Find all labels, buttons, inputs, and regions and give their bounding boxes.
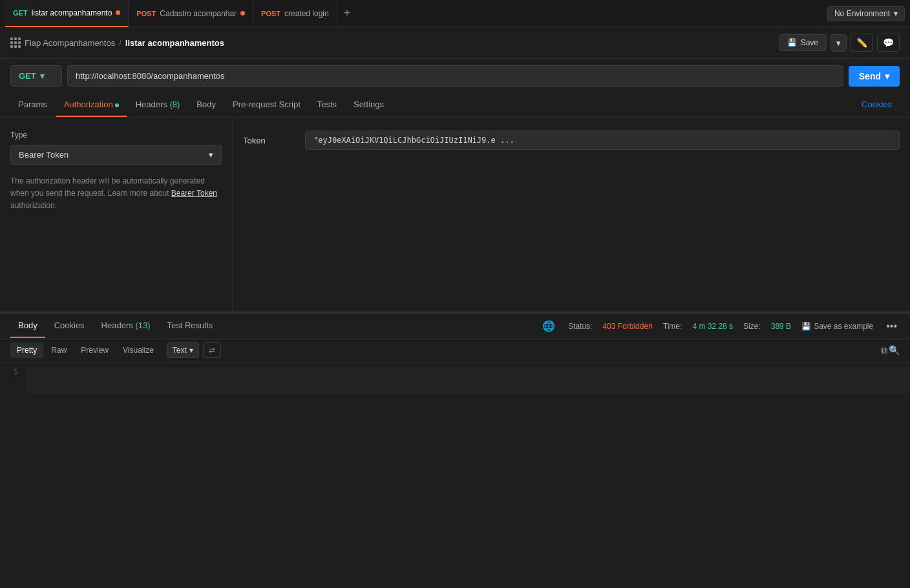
line-number-1: 1: [8, 368, 18, 377]
save-as-example-button[interactable]: 💾 Save as example: [801, 322, 873, 331]
save-dropdown-chevron-icon: ▾: [836, 38, 841, 48]
comment-button[interactable]: 💬: [877, 34, 900, 52]
tab-headers[interactable]: Headers (8): [128, 93, 188, 117]
tab-get-listar[interactable]: GET listar acompanhamento: [5, 0, 129, 27]
line-numbers: 1: [0, 368, 26, 394]
title-bar-actions: 💾 Save ▾ ✏️ 💬: [779, 34, 900, 52]
tab-dot-get: [116, 10, 120, 15]
save-example-icon: 💾: [801, 322, 811, 331]
tab-name-get: listar acompanhamento: [32, 8, 112, 17]
resp-tab-cookies[interactable]: Cookies: [47, 314, 92, 338]
tab-authorization[interactable]: Authorization: [56, 93, 127, 117]
send-button[interactable]: Send ▾: [849, 66, 900, 87]
size-value: 389 B: [771, 322, 791, 331]
resp-tab-body[interactable]: Body: [10, 314, 45, 338]
word-wrap-icon: ⇌: [209, 346, 215, 355]
auth-type-chevron-icon: ▾: [209, 150, 213, 160]
edit-icon: ✏️: [856, 37, 867, 48]
auth-type-label: Type: [10, 131, 222, 140]
breadcrumb-separator: /: [119, 38, 122, 48]
save-icon: 💾: [787, 38, 797, 47]
word-wrap-button[interactable]: ⇌: [203, 342, 221, 358]
resp-tab-headers[interactable]: Headers (13): [94, 314, 158, 338]
tab-prerequest[interactable]: Pre-request Script: [225, 93, 308, 117]
env-chevron-icon: ▾: [894, 9, 898, 18]
size-label: Size:: [743, 322, 761, 331]
headers-label: Headers: [136, 100, 167, 109]
tab-tests[interactable]: Tests: [310, 93, 344, 117]
auth-content: Type Bearer Token ▾ The authorization he…: [0, 118, 910, 311]
tab-cookies[interactable]: Cookies: [854, 93, 900, 117]
auth-type-selector[interactable]: Bearer Token ▾: [10, 145, 222, 165]
tab-dot-post1: [240, 11, 245, 16]
bearer-token-link[interactable]: Bearer Token: [171, 189, 217, 198]
auth-right-panel: Token: [233, 118, 910, 311]
tab-bar-right: No Environment ▾: [827, 6, 905, 21]
status-label: Status:: [568, 322, 592, 331]
tab-name-post1: Cadastro acompanhar: [160, 9, 237, 18]
tab-method-post2: POST: [261, 10, 280, 17]
save-label: Save: [801, 38, 818, 47]
token-input[interactable]: [305, 131, 900, 150]
send-dropdown-chevron-icon: ▾: [885, 71, 889, 81]
auth-description-end: authorization.: [10, 201, 57, 210]
response-section: Body Cookies Headers (13) Test Results 🌐…: [0, 314, 910, 399]
url-input[interactable]: [67, 65, 843, 87]
save-dropdown-button[interactable]: ▾: [831, 34, 847, 52]
time-label: Time:: [663, 322, 682, 331]
tab-post-created[interactable]: POST created login: [253, 0, 337, 27]
headers-badge: (8): [169, 100, 180, 109]
format-tabs: Pretty Raw Preview Visualize Text ▾ ⇌ ⧉ …: [0, 339, 910, 362]
edit-button[interactable]: ✏️: [851, 34, 873, 52]
fmt-tab-visualize[interactable]: Visualize: [116, 342, 160, 358]
auth-left-panel: Type Bearer Token ▾ The authorization he…: [0, 118, 233, 311]
more-options-button[interactable]: •••: [884, 320, 900, 332]
tab-add-button[interactable]: +: [337, 0, 357, 27]
resp-headers-label: Headers: [101, 320, 133, 330]
fmt-tab-preview[interactable]: Preview: [74, 342, 115, 358]
title-bar: Fiap Acompanhamentos / listar acompanham…: [0, 27, 910, 59]
time-value: 4 m 32.28 s: [692, 322, 733, 331]
breadcrumb: Fiap Acompanhamentos / listar acompanham…: [10, 37, 774, 48]
globe-icon: 🌐: [542, 320, 555, 332]
search-response-button[interactable]: 🔍: [889, 345, 900, 355]
token-field-row: Token: [243, 131, 900, 150]
tab-params[interactable]: Params: [10, 93, 55, 117]
language-chevron-icon: ▾: [189, 346, 193, 355]
language-selector[interactable]: Text ▾: [167, 342, 199, 358]
collection-icon: [10, 37, 21, 48]
auth-description: The authorization header will be automat…: [10, 175, 222, 213]
copy-response-button[interactable]: ⧉: [881, 345, 887, 356]
authorization-label: Authorization: [64, 100, 113, 109]
environment-selector[interactable]: No Environment ▾: [827, 6, 905, 21]
comment-icon: 💬: [883, 37, 894, 48]
breadcrumb-collection: Fiap Acompanhamentos: [25, 38, 115, 48]
language-label: Text: [173, 346, 187, 355]
tab-name-post2: created login: [284, 9, 329, 18]
fmt-tab-raw[interactable]: Raw: [45, 342, 73, 358]
save-example-label: Save as example: [814, 322, 873, 331]
method-label: GET: [19, 71, 36, 81]
breadcrumb-current: listar acompanhamentos: [125, 38, 224, 48]
method-selector[interactable]: GET ▾: [10, 65, 62, 87]
save-button[interactable]: 💾 Save: [779, 34, 827, 51]
auth-type-value: Bearer Token: [19, 150, 69, 160]
fmt-tab-pretty[interactable]: Pretty: [10, 342, 43, 358]
response-tabs: Body Cookies Headers (13) Test Results 🌐…: [0, 314, 910, 339]
tab-bar: GET listar acompanhamento POST Cadastro …: [0, 0, 910, 27]
request-tabs: Params Authorization Headers (8) Body Pr…: [0, 93, 910, 118]
env-label: No Environment: [834, 9, 890, 18]
code-content[interactable]: [26, 368, 910, 394]
tab-method-post1: POST: [136, 10, 156, 17]
response-code-area: 1: [0, 362, 910, 399]
auth-active-dot: [115, 103, 119, 107]
method-chevron-icon: ▾: [40, 71, 45, 81]
tab-body[interactable]: Body: [189, 93, 224, 117]
url-bar: GET ▾ Send ▾: [0, 59, 910, 93]
resp-headers-badge: (13): [135, 320, 150, 330]
status-value: 403 Forbidden: [602, 322, 652, 331]
response-meta: 🌐 Status: 403 Forbidden Time: 4 m 32.28 …: [542, 320, 900, 332]
tab-settings[interactable]: Settings: [346, 93, 392, 117]
tab-post-cadastro[interactable]: POST Cadastro acompanhar: [129, 0, 253, 27]
resp-tab-test-results[interactable]: Test Results: [160, 314, 221, 338]
